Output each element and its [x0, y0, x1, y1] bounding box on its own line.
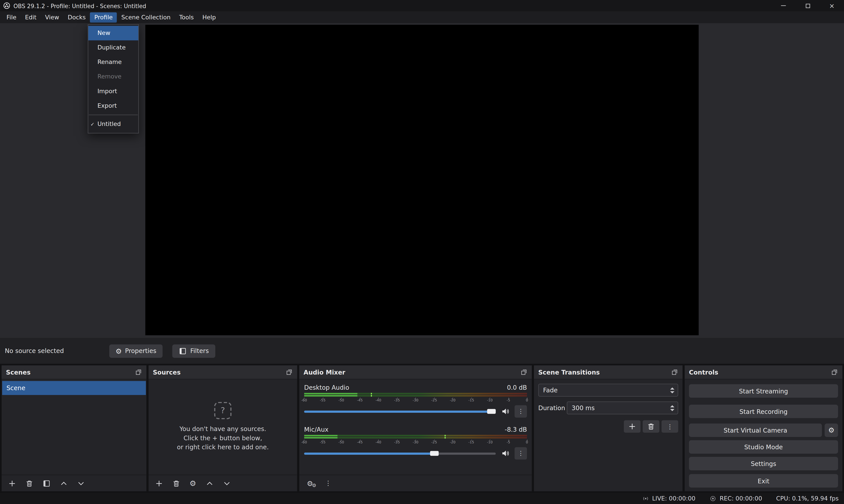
- add-source-button[interactable]: [155, 479, 163, 487]
- add-scene-button[interactable]: [8, 479, 16, 487]
- check-icon: ✓: [90, 121, 94, 127]
- mixer-options-button[interactable]: ⋮: [325, 480, 331, 487]
- maximize-button[interactable]: [796, 0, 820, 11]
- menu-item-duplicate[interactable]: Duplicate: [88, 40, 139, 55]
- preview-canvas[interactable]: [145, 25, 699, 336]
- sources-title: Sources: [153, 368, 180, 376]
- exit-button[interactable]: Exit: [689, 474, 838, 487]
- meter-scale: -60-55-50-45-40-35-30-25-20-15-10-50: [304, 439, 527, 445]
- empty-line-3: or right click here to add one.: [177, 443, 269, 452]
- menu-view[interactable]: View: [41, 12, 63, 22]
- start-virtual-camera-button[interactable]: Start Virtual Camera: [689, 424, 822, 437]
- rec-status: REC: 00:00:00: [710, 495, 762, 502]
- maximize-icon: [806, 3, 810, 8]
- live-time: LIVE: 00:00:00: [652, 495, 695, 502]
- spinbox-arrows-icon[interactable]: [670, 402, 675, 414]
- cpu-status: CPU: 0.1%, 59.94 fps: [776, 495, 839, 502]
- mute-speaker-icon[interactable]: [501, 449, 509, 457]
- menu-item-new[interactable]: New: [88, 26, 139, 40]
- scenes-dock-header[interactable]: Scenes: [2, 365, 146, 379]
- remove-transition-button[interactable]: [643, 420, 659, 433]
- popout-icon[interactable]: [521, 368, 528, 376]
- select-arrows-icon: [670, 384, 675, 396]
- menu-item-rename[interactable]: Rename: [88, 55, 139, 70]
- advanced-audio-properties-button[interactable]: ⚙⚙: [307, 480, 313, 487]
- popout-icon[interactable]: [286, 368, 293, 376]
- move-scene-up-button[interactable]: [60, 479, 68, 487]
- sources-empty-state[interactable]: ? You don't have any sources. Click the …: [149, 379, 297, 474]
- obs-window: OBS 29.1.2 - Profile: Untitled - Scenes:…: [0, 0, 844, 504]
- move-scene-down-button[interactable]: [77, 479, 85, 487]
- mute-speaker-icon[interactable]: [501, 407, 509, 415]
- popout-icon[interactable]: [671, 368, 678, 376]
- plus-icon: [628, 422, 636, 431]
- channel-name: Desktop Audio: [304, 383, 349, 391]
- volume-meter: [304, 435, 527, 438]
- settings-button[interactable]: Settings: [689, 457, 838, 470]
- duration-spinbox[interactable]: 300 ms: [567, 401, 678, 414]
- titlebar[interactable]: OBS 29.1.2 - Profile: Untitled - Scenes:…: [0, 0, 844, 11]
- scene-list[interactable]: Scene: [2, 379, 146, 474]
- add-transition-button[interactable]: [624, 420, 641, 433]
- close-icon: ×: [829, 2, 835, 10]
- scenes-dock: Scenes Scene: [2, 365, 146, 491]
- popout-icon[interactable]: [135, 368, 142, 376]
- mixer-channel-desktop-audio: Desktop Audio 0.0 dB -60-55-50-45-40-35-…: [304, 383, 527, 418]
- dock-area: Scenes Scene Sources: [0, 364, 844, 493]
- menu-item-export[interactable]: Export: [88, 98, 139, 113]
- cpu-fps-text: CPU: 0.1%, 59.94 fps: [776, 495, 839, 502]
- window-title: OBS 29.1.2 - Profile: Untitled - Scenes:…: [13, 2, 146, 9]
- menu-item-import[interactable]: Import: [88, 84, 139, 98]
- remove-scene-button[interactable]: [25, 479, 33, 487]
- filter-icon: [179, 347, 187, 355]
- move-source-down-button[interactable]: [223, 479, 231, 487]
- volume-slider[interactable]: [304, 450, 496, 457]
- menu-file[interactable]: File: [2, 12, 21, 22]
- virtual-camera-settings-button[interactable]: ⚙: [825, 424, 838, 437]
- statusbar: LIVE: 00:00:00 REC: 00:00:00 CPU: 0.1%, …: [0, 493, 844, 504]
- scene-filters-button[interactable]: [42, 479, 51, 487]
- menu-help[interactable]: Help: [198, 12, 220, 22]
- scene-list-item[interactable]: Scene: [2, 381, 146, 395]
- transition-properties-button[interactable]: ⋮: [662, 420, 678, 433]
- menu-profile[interactable]: Profile: [90, 12, 117, 22]
- scene-transitions-dock: Scene Transitions Fade Duration 300 ms: [534, 365, 683, 491]
- close-button[interactable]: ×: [820, 0, 844, 11]
- duration-label: Duration: [538, 404, 567, 412]
- sources-dock-header[interactable]: Sources: [149, 365, 297, 379]
- menu-item-profile-untitled[interactable]: ✓ Untitled: [88, 117, 139, 131]
- move-source-up-button[interactable]: [205, 479, 214, 487]
- channel-options-button[interactable]: ⋮: [515, 405, 527, 418]
- volume-slider-handle[interactable]: [430, 451, 438, 455]
- audio-mixer-dock-header[interactable]: Audio Mixer: [299, 365, 532, 379]
- sources-toolbar: ⚙: [149, 474, 297, 491]
- start-recording-button[interactable]: Start Recording: [689, 404, 838, 418]
- duration-value: 300 ms: [572, 404, 595, 412]
- channel-options-button[interactable]: ⋮: [515, 447, 527, 460]
- menu-scene-collection[interactable]: Scene Collection: [117, 12, 175, 22]
- menu-edit[interactable]: Edit: [21, 12, 41, 22]
- minimize-button[interactable]: [771, 0, 795, 11]
- start-streaming-button[interactable]: Start Streaming: [689, 384, 838, 398]
- live-status: LIVE: 00:00:00: [642, 495, 696, 502]
- scenes-toolbar: [2, 474, 146, 491]
- studio-mode-button[interactable]: Studio Mode: [689, 440, 838, 454]
- controls-dock-header[interactable]: Controls: [685, 365, 842, 379]
- kebab-icon: ⋮: [325, 480, 331, 487]
- transition-select[interactable]: Fade: [538, 384, 678, 397]
- filters-button[interactable]: Filters: [173, 344, 215, 358]
- empty-line-2: Click the + button below,: [183, 434, 262, 443]
- remove-source-button[interactable]: [172, 479, 180, 487]
- scene-transitions-dock-header[interactable]: Scene Transitions: [534, 365, 683, 379]
- channel-db-value: -8.3 dB: [505, 425, 527, 433]
- popout-icon[interactable]: [831, 368, 838, 376]
- menu-docks[interactable]: Docks: [64, 12, 90, 22]
- volume-slider[interactable]: [304, 408, 496, 415]
- empty-line-1: You don't have any sources.: [180, 425, 266, 434]
- properties-button[interactable]: ⚙ Properties: [109, 344, 163, 358]
- menu-tools[interactable]: Tools: [175, 12, 198, 22]
- source-properties-button[interactable]: ⚙: [190, 480, 196, 487]
- gear-icon: ⚙: [115, 347, 122, 354]
- kebab-icon: ⋮: [518, 450, 524, 457]
- volume-slider-handle[interactable]: [487, 409, 496, 413]
